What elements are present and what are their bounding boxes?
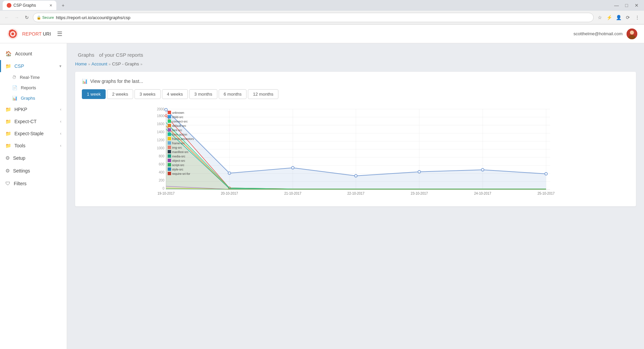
sidebar-item-reports[interactable]: 📄 Reports [3, 83, 67, 93]
sidebar-item-hpkp[interactable]: 📁 HPKP ‹ [0, 103, 67, 115]
reports-icon: 📄 [12, 85, 17, 90]
svg-text:800: 800 [159, 154, 164, 158]
svg-rect-77 [168, 159, 171, 162]
reports-label: Reports [21, 85, 36, 90]
time-btn-12months[interactable]: 12 months [248, 89, 278, 99]
svg-text:22-10-2017: 22-10-2017 [347, 192, 365, 195]
breadcrumb-home[interactable]: Home [75, 61, 87, 66]
bookmark-icon[interactable]: ☆ [596, 13, 604, 21]
expect-ct-label: Expect-CT [14, 119, 37, 124]
sidebar-item-account[interactable]: 🏠 Account [0, 47, 67, 60]
svg-rect-57 [168, 115, 171, 118]
svg-rect-75 [168, 154, 171, 158]
time-filters: 1 week 2 weeks 3 weeks 4 weeks 3 months … [82, 89, 629, 99]
logo-icon [7, 28, 19, 40]
back-button[interactable]: ← [3, 13, 11, 21]
svg-rect-73 [168, 150, 171, 153]
menu-icon[interactable]: ⋮ [633, 13, 641, 21]
graphs-label: Graphs [21, 96, 35, 101]
realtime-label: Real-Time [20, 75, 40, 80]
lock-icon: 🔒 [37, 15, 41, 20]
breadcrumb-account[interactable]: Account [92, 61, 107, 66]
browser-chrome: CSP Graphs ✕ + — □ ✕ ← → ↻ 🔒 Secure http… [0, 0, 644, 24]
page-title: Graphs of your CSP reports [75, 50, 636, 59]
realtime-icon: ⏱ [12, 75, 16, 80]
reload-button[interactable]: ↻ [23, 13, 31, 21]
setup-icon: ⚙ [5, 155, 10, 161]
hamburger-menu[interactable]: ☰ [57, 30, 62, 38]
svg-point-44 [165, 115, 167, 117]
page-subtitle: of your CSP reports [99, 52, 143, 58]
app-header: REPORT URI ☰ scotthelme@hotmail.com [0, 24, 644, 43]
view-graphs-label: View graphs for the last... [90, 79, 143, 84]
tools-folder-icon: 📁 [5, 143, 11, 148]
sidebar-item-realtime[interactable]: ⏱ Real-Time [3, 72, 67, 83]
close-button[interactable]: ✕ [632, 2, 641, 9]
time-btn-3months[interactable]: 3 months [189, 89, 217, 99]
svg-text:require-sri-for: require-sri-for [172, 172, 190, 176]
app-wrapper: REPORT URI ☰ scotthelme@hotmail.com 🏠 Ac… [0, 24, 644, 349]
active-tab[interactable]: CSP Graphs ✕ [3, 1, 56, 10]
settings-label: Settings [13, 168, 30, 173]
page-title-text: Graphs [78, 52, 94, 58]
sidebar-item-expect-staple[interactable]: 📁 Expect-Staple ‹ [0, 128, 67, 140]
time-btn-6months[interactable]: 6 months [219, 89, 247, 99]
svg-rect-67 [168, 137, 171, 140]
profile-icon[interactable]: 👤 [614, 13, 623, 21]
svg-text:0: 0 [162, 187, 164, 190]
time-btn-2weeks[interactable]: 2 weeks [107, 89, 133, 99]
graphs-card: 📊 View graphs for the last... 1 week 2 w… [75, 72, 636, 206]
sidebar-item-graphs[interactable]: 📊 Graphs [3, 93, 67, 103]
hpkp-folder-icon: 📁 [5, 107, 11, 112]
time-btn-3weeks[interactable]: 3 weeks [135, 89, 161, 99]
logo-uri: URI [43, 31, 51, 37]
home-icon: 🏠 [5, 51, 12, 57]
svg-rect-61 [168, 124, 171, 127]
svg-text:script-src: script-src [172, 163, 184, 167]
sidebar-item-settings[interactable]: ⚙ Settings [0, 164, 67, 177]
sidebar-item-filters[interactable]: 🛡 Filters [0, 177, 67, 190]
browser-titlebar: CSP Graphs ✕ + — □ ✕ [0, 0, 644, 11]
expect-staple-label: Expect-Staple [14, 131, 44, 136]
svg-text:connect-src: connect-src [172, 120, 188, 123]
svg-text:unknown: unknown [172, 111, 184, 114]
svg-text:2000: 2000 [157, 107, 165, 111]
page-header: Graphs of your CSP reports [75, 50, 636, 59]
svg-rect-79 [168, 163, 171, 166]
sidebar-item-expect-ct[interactable]: 📁 Expect-CT ‹ [0, 115, 67, 128]
minimize-button[interactable]: — [612, 2, 621, 9]
settings-icon: ⚙ [5, 168, 10, 174]
logo-area: REPORT URI ☰ [7, 28, 62, 40]
main-content: Graphs of your CSP reports Home » Accoun… [67, 43, 644, 349]
svg-text:object-src: object-src [172, 159, 185, 162]
sidebar: 🏠 Account 📁 CSP ▾ ⏱ Real-Time 📄 [0, 43, 67, 349]
svg-text:frame-src: frame-src [172, 142, 185, 145]
tab-close-icon[interactable]: ✕ [49, 3, 52, 8]
sidebar-csp-label: CSP [14, 63, 24, 69]
tab-favicon [7, 3, 11, 8]
svg-text:1000: 1000 [157, 146, 165, 150]
svg-text:200: 200 [159, 179, 164, 182]
header-right: scotthelme@hotmail.com [574, 29, 637, 39]
sidebar-item-tools[interactable]: 📁 Tools ‹ [0, 140, 67, 152]
svg-text:1800: 1800 [157, 114, 165, 118]
time-btn-1week[interactable]: 1 week [82, 89, 106, 99]
sidebar-csp-header[interactable]: 📁 CSP ▾ [0, 60, 67, 72]
maximize-button[interactable]: □ [622, 2, 631, 9]
sidebar-item-setup[interactable]: ⚙ Setup [0, 152, 67, 164]
secure-badge: 🔒 Secure [37, 15, 54, 20]
filters-label: Filters [14, 181, 26, 186]
new-tab-button[interactable]: + [58, 1, 68, 10]
forward-button[interactable]: → [13, 13, 21, 21]
svg-point-4 [630, 31, 634, 35]
sync-icon[interactable]: ⟳ [624, 13, 632, 21]
new-tab-icon: + [62, 3, 64, 8]
url-bar[interactable]: 🔒 Secure https://report-uri.io/account/g… [33, 13, 594, 22]
svg-rect-71 [168, 146, 171, 149]
hpkp-chevron-icon: ‹ [60, 107, 61, 112]
time-btn-4weeks[interactable]: 4 weeks [162, 89, 188, 99]
bar-chart-icon: 📊 [82, 79, 88, 84]
extensions-icon[interactable]: ⚡ [605, 13, 613, 21]
svg-text:form-action: form-action [172, 133, 187, 136]
breadcrumb-current: CSP - Graphs [112, 61, 139, 66]
